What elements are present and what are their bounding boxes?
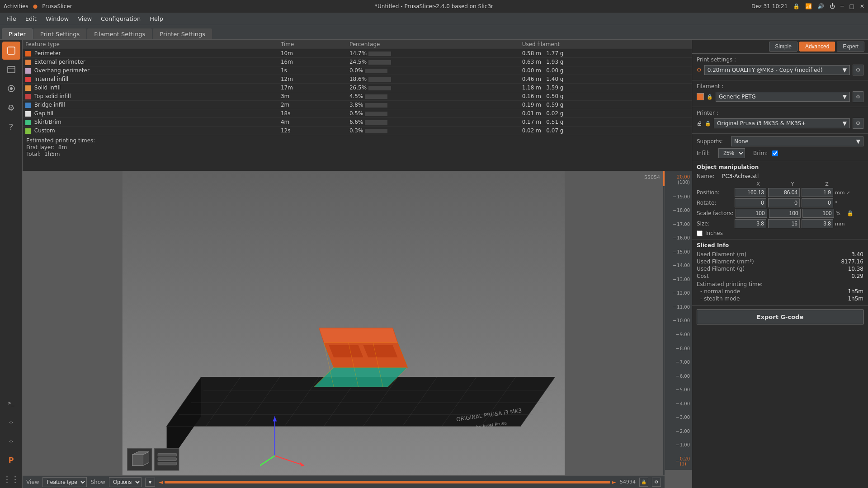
ruler-tick-19: ─19.00 — [673, 194, 690, 199]
export-gcode-button[interactable]: Export G-code — [697, 310, 863, 324]
sidebar-icon-gear[interactable]: ⚙ — [2, 99, 20, 117]
pct-cell: 24.5% — [347, 58, 519, 66]
rotate-x-input[interactable] — [735, 198, 766, 207]
pct-bar — [368, 52, 391, 56]
feature-color — [25, 68, 31, 74]
sidebar-icon-help[interactable]: ? — [2, 117, 20, 136]
coord-y-display: 55054 — [644, 174, 660, 180]
position-z-input[interactable] — [802, 188, 833, 197]
printer-dropdown[interactable]: Original Prusa i3 MK3S & MK3S+ ▼ — [714, 118, 850, 128]
sidebar-icon-grid[interactable]: ⋮⋮ — [2, 470, 20, 488]
print-settings-section: Print settings : ⚙ 0.20mm QUALITY @MK3 -… — [692, 54, 868, 80]
rotate-y-input[interactable] — [768, 198, 800, 207]
sidebar-icon-files[interactable] — [2, 61, 20, 79]
scroll-track[interactable] — [165, 481, 610, 483]
sidebar-icon-vscode[interactable]: ‹› — [2, 413, 20, 431]
scale-y-input[interactable] — [769, 209, 801, 218]
sidebar-icon-circle[interactable] — [2, 80, 20, 98]
menu-file[interactable]: File — [2, 14, 21, 23]
used-filament-m-row: Used Filament (m) 3.40 — [697, 251, 863, 258]
tab-printer-settings[interactable]: Printer Settings — [153, 28, 212, 39]
size-x-input[interactable] — [735, 219, 766, 228]
view-btn-simple[interactable]: Simple — [769, 42, 797, 52]
restore-btn[interactable]: □ — [849, 3, 854, 9]
tab-plater[interactable]: Plater — [2, 28, 33, 39]
supports-infill-section: Supports: None ▼ Infill: 25% 15% 20% 40%… — [692, 134, 868, 161]
brim-label: Brim: — [753, 150, 768, 156]
minimize-btn[interactable]: ─ — [840, 3, 844, 9]
printer-gear[interactable]: ⚙ — [853, 118, 863, 129]
estimated-label: Estimated printing times: — [26, 137, 688, 144]
view-mode-buttons: Simple Advanced Expert — [692, 40, 868, 54]
show-select[interactable]: Options — [109, 477, 142, 487]
print-settings-dropdown[interactable]: 0.20mm QUALITY @MK3 - Copy (modified) ▼ — [704, 65, 850, 75]
size-y-input[interactable] — [768, 219, 800, 228]
volume-icon: 🔊 — [817, 3, 824, 9]
time-cell: 1s — [278, 66, 347, 75]
menu-help[interactable]: Help — [145, 14, 168, 23]
sidebar-icon-vscode2[interactable]: ‹› — [2, 432, 20, 450]
position-y-input[interactable] — [768, 188, 800, 197]
tab-print-settings[interactable]: Print Settings — [33, 28, 86, 39]
print-settings-gear[interactable]: ⚙ — [853, 65, 863, 75]
scale-z-input[interactable] — [802, 209, 834, 218]
scale-row: Scale factors: % 🔒 — [697, 209, 863, 218]
app-name[interactable]: PrusaSlicer — [42, 3, 72, 9]
viewport-scene: ORIGINAL PRUSA i3 MK3 by Josef Prusa — [23, 171, 665, 475]
menu-edit[interactable]: Edit — [21, 14, 41, 23]
cost-row: Cost 0.29 — [697, 273, 863, 279]
feature-label: Perimeter — [34, 50, 61, 56]
close-btn[interactable]: ✕ — [860, 3, 864, 9]
viewport-lock-btn[interactable]: 🔒 — [639, 478, 648, 487]
ruler-tick-2: ─2.00 — [676, 429, 690, 434]
ruler-tick-5: ─5.00 — [676, 387, 690, 392]
scale-x-input[interactable] — [736, 209, 767, 218]
svg-marker-30 — [363, 345, 397, 357]
activities-label[interactable]: Activities — [4, 3, 28, 9]
view-btn-expert[interactable]: Expert — [837, 42, 864, 52]
filament-cell: 0.17 m 0.51 g — [519, 118, 692, 127]
tab-filament-settings[interactable]: Filament Settings — [87, 28, 152, 39]
filament-label: Filament : — [697, 83, 863, 89]
table-row: Solid infill 17m 26.5% 1.18 m 3.59 g — [23, 84, 692, 92]
brim-checkbox[interactable] — [772, 150, 778, 156]
filament-cell: 1.18 m 3.59 g — [519, 84, 692, 92]
view-btn-advanced[interactable]: Advanced — [799, 42, 835, 52]
position-unit: mm — [835, 190, 844, 196]
pct-value: 18.6% — [349, 76, 367, 82]
printer-row: 🖨 🔒 Original Prusa i3 MK3S & MK3S+ ▼ ⚙ — [697, 118, 863, 129]
time-cell: 17m — [278, 84, 347, 92]
filament-cell: 0.19 m 0.59 g — [519, 101, 692, 109]
show-label: Show — [90, 479, 105, 485]
menu-view[interactable]: View — [73, 14, 96, 23]
size-z-input[interactable] — [802, 219, 833, 228]
pct-bar — [368, 60, 391, 65]
rotate-z-input[interactable] — [802, 198, 833, 207]
viewport[interactable]: ORIGINAL PRUSA i3 MK3 by Josef Prusa — [23, 171, 692, 488]
scroll-right-arrow[interactable]: ► — [612, 479, 616, 485]
menu-configuration[interactable]: Configuration — [96, 14, 145, 23]
inches-checkbox[interactable] — [697, 230, 703, 236]
sidebar-icon-plater[interactable] — [2, 42, 20, 60]
feature-label: Internal infill — [34, 76, 68, 82]
view-label: View — [26, 479, 39, 485]
sidebar-icon-terminal[interactable]: >_ — [2, 394, 20, 412]
scale-lock-icon[interactable]: 🔒 — [847, 210, 854, 216]
used-filament-m-label: Used Filament (m) — [697, 251, 746, 258]
scroll-left-arrow[interactable]: ◄ — [159, 479, 163, 485]
filament-gear[interactable]: ⚙ — [853, 91, 863, 102]
viewport-settings-btn[interactable]: ⚙ — [652, 478, 661, 487]
show-options-btn[interactable]: ▼ — [145, 478, 155, 487]
used-filament-mm3-value: 8177.16 — [841, 258, 863, 265]
total-label: Total: — [26, 151, 41, 157]
filament-dropdown[interactable]: Generic PETG ▼ — [716, 92, 850, 102]
view-select[interactable]: Feature type — [42, 477, 87, 487]
position-x-input[interactable] — [735, 188, 766, 197]
menu-window[interactable]: Window — [41, 14, 73, 23]
infill-select[interactable]: 25% 15% 20% 40% — [718, 148, 745, 158]
printer-icon: 🖨 — [697, 120, 702, 127]
supports-dropdown[interactable]: None ▼ — [731, 136, 863, 146]
rotate-unit: ° — [835, 200, 844, 206]
topbar: Activities ● PrusaSlicer *Untitled - Pru… — [0, 0, 868, 13]
sidebar-icon-prusa[interactable]: P — [2, 451, 20, 469]
